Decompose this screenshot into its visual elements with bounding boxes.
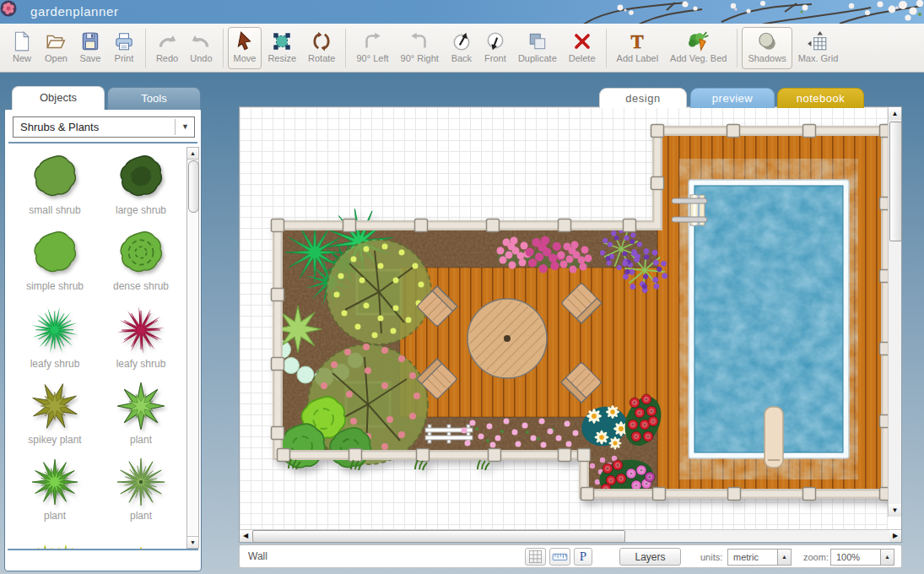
send-back-button[interactable]: Back	[445, 27, 478, 69]
rotate-button[interactable]: Rotate	[302, 27, 341, 69]
app-title: gardenplanner	[30, 4, 119, 19]
rotate-arrows-icon	[311, 30, 332, 52]
print-button[interactable]: Print	[107, 27, 141, 69]
delete-button[interactable]: Delete	[563, 27, 602, 69]
undo-arrow-icon	[190, 30, 212, 52]
add-veg-bed-button[interactable]: Add Veg. Bed	[664, 27, 732, 69]
layers-button[interactable]: Layers	[619, 548, 681, 566]
rotate-90-left-button[interactable]: 90° Left	[350, 27, 394, 69]
svg-text:T: T	[631, 30, 644, 51]
plant-list-scrollbar[interactable]: ▲ ▼	[186, 147, 199, 549]
bring-front-icon	[484, 30, 506, 52]
send-back-icon	[451, 30, 473, 52]
main-toolbar: New Open Save Print Redo Undo	[0, 24, 924, 73]
tab-notebook[interactable]: notebook	[777, 88, 864, 108]
objects-panel: Shrubs & Plants ▼ small shrub large shru…	[4, 109, 202, 571]
zoom-value: 100%	[836, 552, 860, 562]
plant-item-small-shrub[interactable]: small shrub	[12, 153, 98, 225]
resize-handles-icon	[271, 30, 293, 52]
chevron-up-icon[interactable]: ▲	[880, 550, 894, 565]
toolbar-separator	[223, 29, 224, 68]
plant-item-leafy-shrub-green[interactable]: leafy shrub	[12, 306, 98, 379]
large-shrub-icon	[117, 153, 165, 200]
add-label-button[interactable]: T Add Label	[611, 27, 665, 69]
plant-item-plant-rosette[interactable]: plant	[98, 458, 184, 531]
garden-plan	[240, 107, 888, 529]
rotate-left-icon	[361, 30, 383, 52]
plant-item-dense-shrub[interactable]: dense shrub	[98, 229, 184, 301]
plant-item-partial[interactable]	[12, 531, 98, 549]
undo-button[interactable]: Undo	[184, 27, 218, 69]
plant-item-plant-burst[interactable]: plant	[12, 458, 98, 531]
tab-preview[interactable]: preview	[690, 88, 775, 108]
new-button[interactable]: New	[5, 27, 39, 69]
scroll-left-icon[interactable]: ◀	[240, 530, 251, 542]
plant-scroll-thumb[interactable]	[188, 160, 199, 213]
chevron-up-icon[interactable]: ▲	[777, 550, 791, 565]
new-document-icon	[11, 30, 33, 52]
ruler-button[interactable]	[549, 548, 570, 566]
plant-item-plant-star[interactable]: plant	[98, 382, 184, 455]
open-folder-icon	[45, 30, 67, 52]
scroll-down-icon[interactable]: ▼	[187, 536, 198, 548]
plant-item-partial[interactable]	[98, 531, 184, 549]
sprigs-icon	[31, 531, 78, 549]
plant-item-simple-shrub[interactable]: simple shrub	[12, 229, 98, 301]
app-logo-flower-icon	[0, 0, 17, 17]
selection-status-label: Wall	[248, 550, 267, 562]
resize-button[interactable]: Resize	[262, 27, 302, 69]
canvas-vertical-scrollbar[interactable]: ▲ ▼	[888, 107, 901, 517]
plant-item-spikey-plant[interactable]: spikey plant	[12, 382, 98, 455]
scroll-up-icon[interactable]: ▲	[187, 148, 198, 160]
max-grid-button[interactable]: Max. Grid	[792, 27, 845, 69]
grid-toggle-button[interactable]	[525, 548, 546, 566]
plant-list: small shrub large shrub simple shrub den…	[5, 144, 189, 549]
small-shrub-icon	[31, 153, 78, 200]
P-icon: P	[580, 550, 586, 563]
tab-tools[interactable]: Tools	[107, 87, 201, 110]
move-cursor-icon	[234, 30, 256, 52]
rotate-90-right-button[interactable]: 90° Right	[395, 27, 445, 69]
chevron-down-icon: ▼	[181, 122, 189, 131]
design-canvas: ▲ ▼ ◀ ▶	[239, 106, 902, 543]
plant-item-leafy-shrub-red[interactable]: leafy shrub	[98, 306, 184, 379]
panel-bottom-divider	[8, 549, 198, 550]
shadows-button[interactable]: Shadows	[742, 27, 792, 69]
photo-mode-button[interactable]: P	[574, 548, 592, 566]
scroll-up-icon[interactable]: ▲	[889, 107, 901, 120]
tab-design[interactable]: design	[599, 88, 687, 108]
leafy-shrub-red-icon	[117, 306, 165, 354]
open-button[interactable]: Open	[39, 27, 73, 69]
move-button[interactable]: Move	[228, 27, 262, 69]
titlebar: gardenplanner	[0, 0, 924, 24]
canvas-horizontal-scrollbar[interactable]: ◀ ▶	[240, 529, 901, 542]
toolbar-separator	[345, 29, 346, 68]
tree-yellow[interactable]	[327, 240, 431, 344]
canvas-vscroll-thumb[interactable]	[889, 122, 902, 241]
canvas-hscroll-thumb[interactable]	[252, 530, 625, 543]
plant-item-large-shrub[interactable]: large shrub	[98, 153, 184, 225]
category-dropdown-value: Shrubs & Plants	[20, 121, 99, 133]
save-floppy-icon	[79, 30, 101, 52]
scroll-down-icon[interactable]: ▼	[889, 504, 901, 517]
redo-button[interactable]: Redo	[150, 27, 184, 69]
zoom-dropdown[interactable]: 100% ▲	[830, 549, 894, 566]
statusbar: Wall P Layers units: metric ▲ zoom: 100%…	[239, 544, 902, 568]
bring-front-button[interactable]: Front	[478, 27, 512, 69]
canvas-grid-area[interactable]	[240, 107, 888, 529]
m-shape-plant-icon	[117, 531, 165, 549]
category-dropdown[interactable]: Shrubs & Plants ▼	[13, 116, 195, 138]
units-dropdown[interactable]: metric ▲	[727, 549, 792, 566]
leafy-shrub-green-icon	[31, 306, 78, 354]
plant-star-icon	[117, 382, 165, 430]
text-label-icon: T	[626, 30, 648, 52]
scroll-right-icon[interactable]: ▶	[889, 530, 901, 542]
units-value: metric	[733, 552, 759, 562]
ruler-icon	[550, 549, 570, 565]
save-button[interactable]: Save	[73, 27, 107, 69]
rotate-right-icon	[408, 30, 430, 52]
duplicate-button[interactable]: Duplicate	[512, 27, 563, 69]
toolbar-separator	[606, 29, 607, 68]
tab-objects[interactable]: Objects	[12, 86, 105, 110]
diving-board[interactable]	[765, 407, 783, 468]
